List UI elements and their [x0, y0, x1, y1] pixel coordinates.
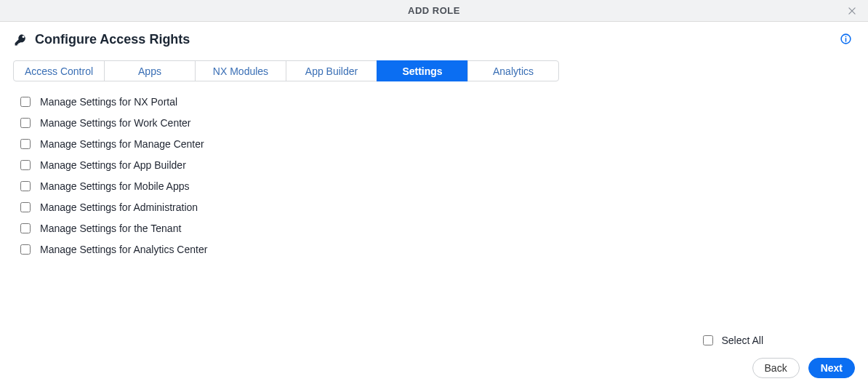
next-button[interactable]: Next — [808, 358, 855, 378]
permission-checkbox[interactable] — [20, 202, 31, 212]
permission-checkbox[interactable] — [20, 97, 31, 107]
tab-label: Apps — [138, 65, 161, 77]
tab-nx-modules[interactable]: NX Modules — [195, 60, 286, 81]
button-label: Next — [821, 362, 843, 374]
permission-row: Manage Settings for App Builder — [13, 158, 855, 172]
modal-header: ADD ROLE — [0, 0, 868, 22]
tab-app-builder[interactable]: App Builder — [286, 60, 377, 81]
tab-label: Settings — [402, 65, 442, 77]
modal-title: ADD ROLE — [408, 5, 460, 16]
permission-row: Manage Settings for Mobile Apps — [13, 179, 855, 193]
tab-label: App Builder — [305, 65, 358, 77]
tab-settings[interactable]: Settings — [377, 60, 468, 81]
permission-label[interactable]: Manage Settings for Manage Center — [40, 138, 204, 150]
page-title: Configure Access Rights — [35, 32, 190, 47]
select-all-checkbox[interactable] — [703, 335, 713, 345]
back-button[interactable]: Back — [752, 358, 800, 378]
permission-checkbox[interactable] — [20, 160, 31, 170]
permission-label[interactable]: Manage Settings for Mobile Apps — [40, 180, 189, 192]
permission-label[interactable]: Manage Settings for Work Center — [40, 117, 191, 129]
tab-label: Access Control — [25, 65, 93, 77]
permission-row: Manage Settings for Analytics Center — [13, 242, 855, 257]
close-icon[interactable] — [843, 0, 861, 22]
permission-label[interactable]: Manage Settings for the Tenant — [40, 223, 181, 234]
select-all-label[interactable]: Select All — [721, 335, 763, 346]
permission-checkbox[interactable] — [20, 139, 31, 149]
info-icon[interactable] — [839, 32, 852, 45]
svg-point-4 — [845, 36, 846, 37]
tabs: Access Control Apps NX Modules App Build… — [13, 60, 563, 81]
permission-label[interactable]: Manage Settings for NX Portal — [40, 96, 177, 108]
permission-checkbox[interactable] — [20, 181, 31, 191]
tab-analytics[interactable]: Analytics — [467, 60, 559, 81]
tab-label: Analytics — [493, 65, 534, 77]
tab-label: NX Modules — [213, 65, 268, 77]
permission-checkbox[interactable] — [20, 118, 31, 128]
permissions-list: Manage Settings for NX Portal Manage Set… — [13, 95, 855, 257]
select-all: Select All — [700, 333, 763, 348]
permission-row: Manage Settings for Work Center — [13, 116, 855, 130]
permission-row: Manage Settings for Manage Center — [13, 137, 855, 151]
permission-row: Manage Settings for Administration — [13, 200, 855, 215]
permission-row: Manage Settings for NX Portal — [13, 95, 855, 109]
add-role-modal: ADD ROLE Configure Access Rights — [0, 0, 868, 384]
permission-label[interactable]: Manage Settings for Administration — [40, 201, 198, 213]
tab-apps[interactable]: Apps — [104, 60, 196, 81]
section-header: Configure Access Rights — [13, 32, 855, 47]
button-label: Back — [765, 362, 787, 374]
permission-checkbox[interactable] — [20, 244, 31, 255]
modal-content: Configure Access Rights Access Control A… — [0, 22, 868, 384]
footer-buttons: Back Next — [752, 358, 855, 378]
permission-row: Manage Settings for the Tenant — [13, 221, 855, 236]
key-icon — [13, 33, 28, 47]
permission-checkbox[interactable] — [20, 223, 31, 233]
permission-label[interactable]: Manage Settings for Analytics Center — [40, 244, 207, 255]
permission-label[interactable]: Manage Settings for App Builder — [40, 159, 186, 171]
tab-access-control[interactable]: Access Control — [13, 60, 105, 81]
footer: Select All Back Next — [700, 333, 855, 378]
